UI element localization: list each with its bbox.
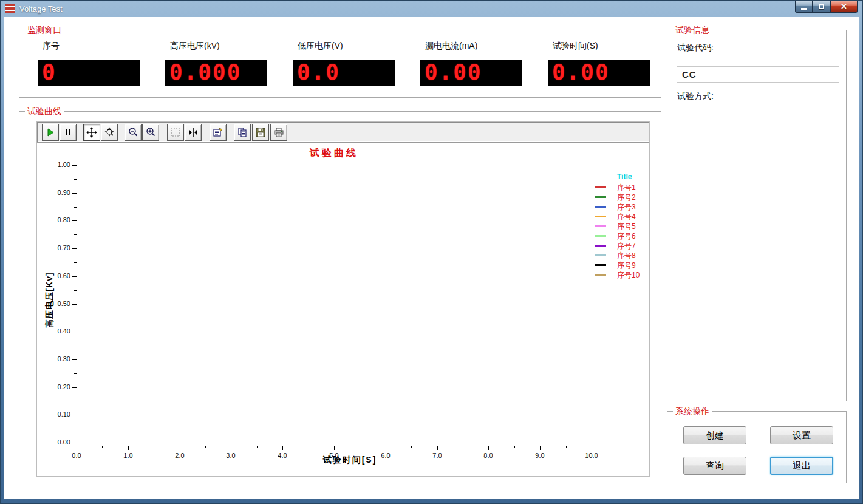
y-minor-tick bbox=[74, 373, 77, 374]
y-tick-label: 0.10 bbox=[40, 410, 70, 418]
print-button[interactable] bbox=[270, 124, 287, 141]
monitor-time-label: 试验时间(S) bbox=[553, 41, 598, 52]
plot-area[interactable]: 试验曲线 高压电压[Kv] 试验时间[S] 0.000.100.200.300.… bbox=[37, 143, 649, 476]
monitor-serial-label: 序号 bbox=[43, 41, 60, 52]
test-mode-label: 试验方式: bbox=[677, 91, 714, 102]
legend-series-label: 序号5 bbox=[617, 222, 649, 232]
legend-color-dash bbox=[595, 186, 606, 188]
properties-button[interactable] bbox=[210, 124, 227, 141]
curve-panel: 试验曲线 bbox=[19, 111, 661, 483]
legend-color-dash bbox=[595, 245, 606, 247]
zoom-cursor-button[interactable] bbox=[101, 124, 118, 141]
play-icon bbox=[46, 128, 55, 137]
zoom-out-button[interactable] bbox=[125, 124, 142, 141]
zoom-cursor-icon bbox=[104, 127, 115, 138]
zoom-out-icon bbox=[128, 127, 138, 138]
y-minor-tick bbox=[74, 262, 77, 263]
y-minor-tick bbox=[74, 179, 77, 180]
x-tick-label: 1.0 bbox=[113, 452, 143, 459]
y-axis-line bbox=[77, 165, 77, 443]
save-icon bbox=[255, 127, 266, 138]
x-minor-tick bbox=[309, 446, 309, 448]
copy-button[interactable] bbox=[234, 124, 251, 141]
query-button[interactable]: 查询 bbox=[683, 457, 746, 475]
cursor-tracking-icon bbox=[188, 127, 199, 138]
y-major-tick bbox=[72, 443, 77, 443]
y-minor-tick bbox=[74, 207, 77, 208]
legend-color-dash bbox=[595, 206, 606, 208]
y-major-tick bbox=[72, 304, 77, 305]
info-panel: 试验信息 试验代码: 试验方式: bbox=[667, 30, 847, 401]
x-tick-label: 4.0 bbox=[267, 452, 298, 459]
test-code-label: 试验代码: bbox=[677, 43, 714, 53]
client-area: 监测窗口 序号 0 高压电压(kV) 0.000 低压电压(V) 0.0 漏电电… bbox=[4, 17, 859, 499]
legend-color-dash bbox=[595, 196, 606, 198]
x-minor-tick bbox=[154, 446, 154, 448]
legend-series-label: 序号7 bbox=[617, 241, 649, 251]
legend-color-dash bbox=[595, 274, 606, 276]
x-tick-label: 0.0 bbox=[61, 452, 92, 459]
pan-button[interactable] bbox=[83, 124, 100, 141]
app-icon bbox=[5, 4, 15, 13]
x-tick-label: 7.0 bbox=[422, 452, 452, 459]
x-major-tick bbox=[386, 446, 386, 450]
test-code-input[interactable] bbox=[677, 66, 839, 83]
legend-series-label: 序号9 bbox=[617, 261, 649, 271]
chart-title: 试验曲线 bbox=[77, 147, 592, 160]
y-minor-tick bbox=[74, 346, 77, 346]
y-major-tick bbox=[72, 387, 77, 388]
y-tick-label: 0.20 bbox=[40, 383, 70, 390]
minimize-icon bbox=[801, 8, 807, 10]
x-tick-label: 6.0 bbox=[370, 452, 401, 459]
x-minor-tick bbox=[360, 446, 360, 448]
maximize-button[interactable] bbox=[813, 1, 830, 13]
copy-icon bbox=[237, 127, 248, 138]
exit-button[interactable]: 退出 bbox=[770, 457, 833, 475]
y-major-tick bbox=[72, 276, 77, 277]
legend-title: Title bbox=[617, 172, 649, 181]
y-tick-label: 0.60 bbox=[40, 272, 70, 279]
app-window: Voltage Test ✕ 监测窗口 序号 0 高压电压(kV) 0.000 … bbox=[0, 0, 863, 504]
x-tick-label: 3.0 bbox=[216, 452, 246, 459]
play-button[interactable] bbox=[42, 124, 59, 141]
legend-series-label: 序号8 bbox=[617, 251, 649, 261]
x-minor-tick bbox=[411, 446, 412, 448]
x-tick-label: 9.0 bbox=[525, 452, 555, 459]
zoom-box-button[interactable] bbox=[167, 124, 184, 141]
x-major-tick bbox=[437, 446, 438, 450]
cursor-tracking-button[interactable] bbox=[185, 124, 202, 141]
titlebar[interactable]: Voltage Test ✕ bbox=[1, 1, 862, 17]
close-button[interactable]: ✕ bbox=[830, 1, 858, 13]
y-major-tick bbox=[72, 248, 77, 249]
ops-panel-title: 系统操作 bbox=[673, 406, 712, 417]
pan-icon bbox=[86, 127, 97, 138]
legend-series-label: 序号3 bbox=[617, 202, 649, 213]
monitor-panel: 监测窗口 序号 0 高压电压(kV) 0.000 低压电压(V) 0.0 漏电电… bbox=[19, 30, 661, 98]
close-icon: ✕ bbox=[841, 2, 847, 11]
settings-button[interactable]: 设置 bbox=[770, 426, 833, 444]
pause-button[interactable] bbox=[60, 124, 77, 141]
legend-color-dash bbox=[595, 264, 606, 266]
save-button[interactable] bbox=[252, 124, 269, 141]
monitor-serial-display: 0 bbox=[38, 60, 140, 86]
zoom-in-button[interactable] bbox=[142, 124, 159, 141]
legend-series-label: 序号10 bbox=[617, 270, 649, 281]
ops-panel: 系统操作 创建 设置 查询 退出 bbox=[667, 411, 847, 483]
x-major-tick bbox=[334, 446, 335, 450]
minimize-button[interactable] bbox=[795, 1, 813, 13]
x-major-tick bbox=[282, 446, 283, 450]
x-minor-tick bbox=[205, 446, 206, 448]
info-panel-title: 试验信息 bbox=[673, 25, 712, 36]
x-tick-label: 8.0 bbox=[473, 452, 503, 459]
x-major-tick bbox=[592, 446, 592, 450]
x-minor-tick bbox=[463, 446, 463, 448]
y-tick-label: 0.40 bbox=[40, 327, 70, 335]
x-major-tick bbox=[180, 446, 180, 450]
y-minor-tick bbox=[74, 318, 77, 318]
y-minor-tick bbox=[74, 234, 77, 235]
properties-icon bbox=[213, 127, 223, 138]
y-major-tick bbox=[72, 332, 77, 332]
create-button[interactable]: 创建 bbox=[683, 426, 746, 444]
y-minor-tick bbox=[74, 429, 77, 429]
window-title: Voltage Test bbox=[19, 4, 63, 13]
